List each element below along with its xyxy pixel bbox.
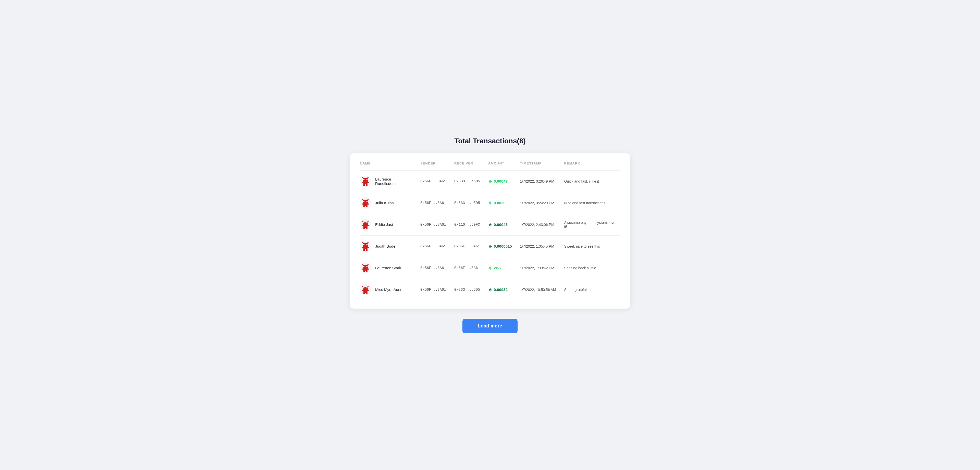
svg-rect-101 (362, 290, 363, 291)
sender-cell: 0x56F...3A61 (416, 214, 450, 235)
receiver-cell: 0x833...c5D5 (450, 279, 484, 300)
amount-cell: 0.00045 (484, 214, 516, 235)
svg-rect-42 (364, 222, 364, 223)
remark-cell: Sending back a little... (560, 257, 620, 279)
svg-marker-15 (490, 181, 492, 183)
avatar (360, 219, 371, 230)
svg-rect-47 (362, 225, 363, 226)
amount-cell: 0.0000015 (484, 235, 516, 257)
svg-rect-26 (363, 203, 368, 206)
sender-cell: 0x56F...3A61 (416, 192, 450, 214)
name-cell: Julia Kulas (360, 192, 416, 214)
svg-rect-91 (363, 286, 363, 287)
svg-rect-1 (363, 177, 363, 178)
avatar (360, 176, 371, 187)
row-name: Miss Myra Auer (375, 287, 401, 292)
col-header-amount: AMOUNT (484, 162, 516, 171)
sender-cell: 0x56F...3A61 (416, 257, 450, 279)
svg-rect-48 (368, 225, 369, 226)
svg-rect-64 (366, 249, 368, 251)
svg-marker-16 (489, 181, 490, 183)
remark-cell: Awesome payment system, love it! (560, 214, 620, 235)
table-row: Miss Myra Auer 0x56F...3A610x833...c5D5 … (360, 279, 620, 300)
timestamp-cell: 1/7/2022, 1:33:42 PM (516, 257, 560, 279)
svg-rect-82 (366, 271, 368, 272)
col-header-remark: REMARK (560, 162, 620, 171)
amount-cell: 0.0036 (484, 192, 516, 214)
name-cell: Laurence Stark (360, 257, 416, 279)
load-more-button[interactable]: Load more (463, 319, 517, 333)
remark-cell: Nice and fast transactions! (560, 192, 620, 214)
svg-rect-61 (367, 244, 367, 245)
svg-rect-60 (364, 244, 364, 245)
remark-cell: Super grateful man (560, 279, 620, 300)
svg-rect-73 (363, 264, 363, 265)
svg-marker-106 (489, 290, 490, 292)
svg-rect-83 (362, 268, 363, 270)
svg-rect-79 (367, 266, 367, 267)
table-row: Julia Kulas 0x56F...3A610x833...c5D5 0.0… (360, 192, 620, 214)
table-row: Judith Bode 0x56F...3A610x56F...3A61 0.0… (360, 235, 620, 257)
svg-rect-84 (368, 268, 369, 270)
svg-rect-81 (363, 271, 365, 272)
svg-rect-62 (363, 247, 368, 249)
col-header-sender: SENDER (416, 162, 450, 171)
timestamp-cell: 1/7/2022, 3:24:29 PM (516, 192, 560, 214)
name-cell: Judith Bode (360, 235, 416, 257)
svg-rect-29 (362, 203, 363, 205)
svg-rect-92 (368, 286, 369, 287)
svg-rect-19 (363, 199, 363, 200)
col-header-receiver: RECEIVER (450, 162, 484, 171)
svg-rect-55 (363, 242, 363, 243)
amount-value: 0.00032 (488, 287, 512, 292)
svg-rect-20 (368, 199, 369, 200)
svg-rect-63 (363, 249, 365, 251)
avatar (360, 241, 371, 252)
amount-value: 2e-7 (488, 266, 512, 270)
svg-rect-45 (363, 228, 365, 229)
receiver-cell: 0x56F...3A61 (450, 235, 484, 257)
amount-value: 0.0036 (488, 201, 512, 205)
svg-rect-46 (366, 228, 368, 229)
receiver-cell: 0x833...c5D5 (450, 192, 484, 214)
sender-cell: 0x56F...3A61 (416, 279, 450, 300)
row-name: Judith Bode (375, 244, 395, 248)
amount-cell: 0.00047 (484, 170, 516, 192)
transactions-card: NAMESENDERRECEIVERAMOUNTTIMESTAMPREMARK (350, 153, 630, 308)
row-name: Laurence Runolfsdottir (375, 177, 412, 186)
name-cell: Eddie Jast (360, 214, 416, 235)
timestamp-cell: 1/7/2022, 2:43:06 PM (516, 214, 560, 235)
svg-rect-28 (366, 206, 368, 207)
svg-rect-43 (367, 222, 367, 223)
table-row: Laurence Runolfsdottir 0x56F...3A610x833… (360, 170, 620, 192)
svg-marker-52 (489, 225, 490, 227)
transactions-table: NAMESENDERRECEIVERAMOUNTTIMESTAMPREMARK (360, 162, 620, 300)
remark-cell: Quick and fast, i like it (560, 170, 620, 192)
receiver-cell: 0x56F...3A61 (450, 257, 484, 279)
svg-rect-10 (366, 184, 368, 186)
row-name: Julia Kulas (375, 201, 394, 205)
svg-rect-6 (364, 179, 364, 180)
svg-rect-100 (366, 293, 368, 294)
amount-cell: 0.00032 (484, 279, 516, 300)
svg-rect-98 (363, 290, 368, 293)
svg-rect-2 (368, 177, 369, 178)
svg-rect-56 (368, 242, 369, 243)
svg-rect-25 (367, 201, 367, 202)
table-row: Laurence Stark 0x56F...3A610x56F...3A61 … (360, 257, 620, 279)
svg-rect-102 (368, 290, 369, 291)
svg-rect-11 (362, 182, 363, 183)
svg-marker-88 (489, 268, 490, 270)
amount-value: 0.00047 (488, 179, 512, 183)
timestamp-cell: 1/7/2022, 3:26:49 PM (516, 170, 560, 192)
svg-marker-69 (490, 247, 492, 248)
avatar (360, 197, 371, 209)
row-name: Laurence Stark (375, 266, 401, 270)
avatar (360, 262, 371, 274)
amount-cell: 2e-7 (484, 257, 516, 279)
svg-rect-37 (363, 221, 363, 222)
avatar (360, 284, 371, 295)
svg-marker-51 (490, 225, 492, 227)
svg-rect-66 (368, 247, 369, 248)
svg-rect-27 (363, 206, 365, 207)
